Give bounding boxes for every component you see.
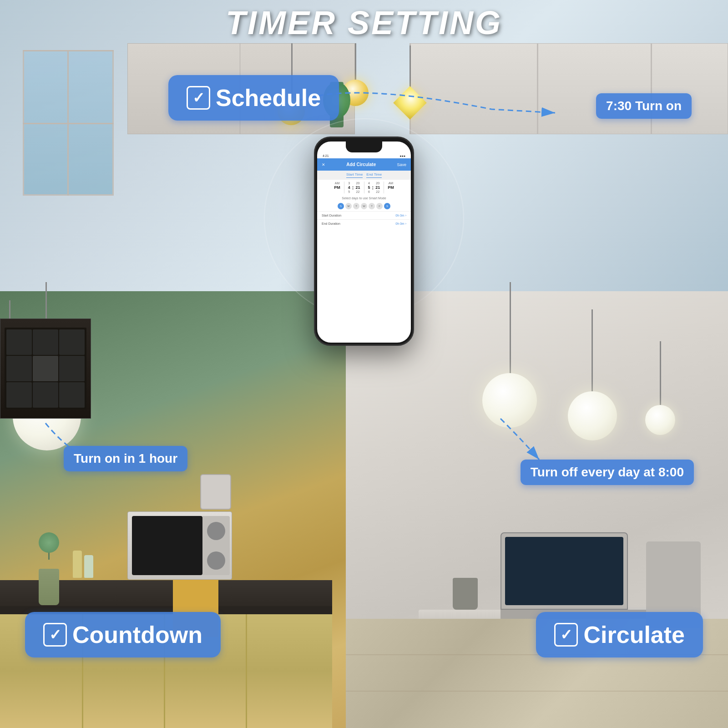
circulate-badge[interactable]: ✓ Circulate <box>536 612 703 657</box>
day-sat[interactable]: S <box>384 203 390 209</box>
microwave-controls <box>202 516 230 575</box>
time-colon: : <box>352 185 354 190</box>
min-next[interactable]: 22 <box>356 190 360 193</box>
am-option[interactable]: AM <box>335 182 340 185</box>
turn-off-daily-label: Turn off every day at 8:00 <box>531 465 684 480</box>
ov-cell <box>33 329 58 355</box>
end-duration-label: End Duration <box>322 222 340 225</box>
end-hour-selected[interactable]: 5 <box>368 185 370 190</box>
ov-cell <box>59 382 85 408</box>
signal-icons: ●●● <box>399 154 405 157</box>
start-duration-label: Start Duration <box>322 214 341 217</box>
end-pm[interactable]: PM <box>388 185 394 190</box>
laptop-screen <box>505 537 623 605</box>
end-am[interactable]: AM <box>389 182 394 185</box>
mug <box>453 578 478 610</box>
turn-on-hour-badge[interactable]: Turn on in 1 hour <box>64 446 187 471</box>
cab-vert-div3 <box>246 614 247 728</box>
laptop-lid <box>500 532 628 610</box>
tab-end-time[interactable]: End Time <box>366 172 382 178</box>
ov-cell <box>59 356 85 381</box>
hour-col: 3 4 5 <box>348 182 350 193</box>
window-frame-cross <box>23 123 114 124</box>
right-lamp-globe-3 <box>645 405 675 435</box>
schedule-badge[interactable]: ✓ Schedule <box>168 75 339 121</box>
turn-on-730-badge[interactable]: 7:30 Turn on <box>596 93 692 119</box>
ov-cell <box>6 356 32 381</box>
min-prev[interactable]: 20 <box>356 182 360 185</box>
day-wed[interactable]: W <box>361 203 367 209</box>
turn-off-daily-badge[interactable]: Turn off every day at 8:00 <box>521 460 694 485</box>
microwave-knob <box>207 522 225 540</box>
ov-cell <box>33 356 58 381</box>
days-label: Select days to use Smart Mode <box>317 195 411 201</box>
start-arrow-icon: › <box>405 214 406 217</box>
app-empty-space <box>317 228 411 296</box>
upper-cabinet-right <box>410 43 728 134</box>
right-lamp-cord-3 <box>660 341 661 405</box>
time-picker: AM PM 3 4 5 : 20 21 22 <box>317 180 411 195</box>
end-hour-prev[interactable]: 4 <box>368 182 370 185</box>
end-duration-value: 0h 0m › <box>395 222 406 225</box>
day-thu[interactable]: T <box>369 203 375 209</box>
vase <box>39 569 59 605</box>
plant-top <box>32 532 66 573</box>
end-min-next[interactable]: 22 <box>376 190 379 193</box>
schedule-label: Schedule <box>216 84 321 111</box>
hour-prev[interactable]: 3 <box>348 182 350 185</box>
time-display: 4:21 <box>323 154 329 157</box>
divider3 <box>384 182 384 193</box>
turn-on-730-label: 7:30 Turn on <box>606 99 682 113</box>
lamp-cord-2 <box>355 43 356 80</box>
end-arrow-icon: › <box>405 222 406 225</box>
end-min-selected[interactable]: 21 <box>375 185 380 190</box>
app-header: ✕ Add Circulate Save <box>317 158 411 171</box>
close-btn[interactable]: ✕ <box>322 162 325 167</box>
end-min-col: 20 21 22 <box>375 182 380 193</box>
start-duration-value: 0h 0m › <box>395 214 406 217</box>
day-mon[interactable]: M <box>345 203 352 209</box>
phone-device: 4:21 ●●● ✕ Add Circulate Save Start Time… <box>314 136 414 346</box>
microwave-door <box>132 516 202 575</box>
schedule-check-icon: ✓ <box>187 86 210 110</box>
divider2 <box>364 182 364 193</box>
end-ampm-col: AM PM <box>388 182 394 193</box>
circulate-label: Circulate <box>583 621 685 648</box>
cab-divider3 <box>651 43 652 134</box>
oven-display <box>5 328 86 410</box>
end-hour-next[interactable]: 6 <box>368 190 370 193</box>
bottle2 <box>84 555 93 578</box>
plant-leaves <box>39 532 59 553</box>
day-fri[interactable]: F <box>376 203 383 209</box>
time-colon2: : <box>372 185 374 190</box>
app-title: Add Circulate <box>325 162 397 167</box>
end-min-prev[interactable]: 20 <box>376 182 379 185</box>
day-tue[interactable]: T <box>353 203 359 209</box>
turn-on-hour-label: Turn on in 1 hour <box>74 451 177 466</box>
divider <box>344 182 344 193</box>
right-lamp-cord-1 <box>510 282 511 373</box>
end-duration-row[interactable]: End Duration 0h 0m › <box>317 219 411 228</box>
countdown-label: Countdown <box>72 621 202 648</box>
save-btn[interactable]: Save <box>397 162 406 167</box>
ov-cell <box>33 382 58 408</box>
min-selected[interactable]: 21 <box>355 185 360 190</box>
pm-option[interactable]: PM <box>334 185 340 190</box>
hour-next[interactable]: 5 <box>348 190 350 193</box>
page-title: TIMER SETTING <box>226 4 502 41</box>
tab-start-time[interactable]: Start Time <box>346 172 363 178</box>
day-selector: S M T W T F S <box>317 201 411 211</box>
hour-selected[interactable]: 4 <box>348 185 350 190</box>
phone-app: 4:21 ●●● ✕ Add Circulate Save Start Time… <box>317 142 411 343</box>
day-sun[interactable]: S <box>338 203 344 209</box>
status-bar: 4:21 ●●● <box>317 154 411 158</box>
lamp-cord-3 <box>410 46 411 91</box>
right-lamp-globe-2 <box>568 391 617 440</box>
ov-cell <box>6 329 32 355</box>
phone-container: 4:21 ●●● ✕ Add Circulate Save Start Time… <box>296 136 432 400</box>
ov-cell <box>59 329 85 355</box>
countdown-badge[interactable]: ✓ Countdown <box>25 612 221 657</box>
floor-line1 <box>346 691 728 692</box>
start-duration-row[interactable]: Start Duration 0h 0m › <box>317 211 411 219</box>
wall-outlet <box>200 474 231 510</box>
